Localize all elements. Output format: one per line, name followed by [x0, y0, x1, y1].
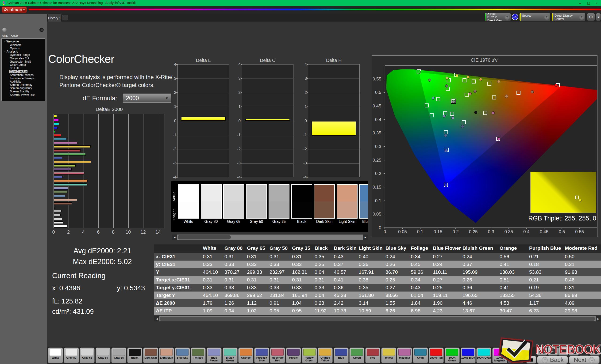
patch-button-magenta[interactable]: Magenta: [397, 348, 412, 363]
sidebar-item-luminance-sweeps[interactable]: Luminance Sweeps: [2, 77, 45, 80]
transport-button-3[interactable]: [558, 347, 568, 355]
patch-button-gray-80[interactable]: Gray 80: [64, 348, 79, 363]
tab-history-1[interactable]: History 1: [48, 14, 61, 22]
swatch-dark-skin[interactable]: Dark Skin: [314, 184, 335, 226]
stop-button[interactable]: [526, 356, 536, 364]
close-button[interactable]: ×: [592, 0, 601, 6]
meter-dropdown[interactable]: X-Rite i1Pro 2Direct View ▼: [485, 13, 511, 21]
tree-item-label: Dynamic Range: [9, 53, 30, 57]
maximize-button[interactable]: ▢: [585, 0, 592, 6]
scroll-left-icon[interactable]: ◀: [172, 235, 177, 240]
sidebar-item-spectral-power-dist-[interactable]: Spectral Power Dist.: [2, 93, 45, 97]
sidebar-item-grayscale-2pt[interactable]: Grayscale - 2pt: [2, 57, 45, 60]
settings-button[interactable]: ⚙: [587, 13, 595, 21]
cie-target-marker: [517, 91, 521, 95]
patch-button-purplish-blue[interactable]: Purplish Blue: [254, 348, 269, 363]
patch-swatch: [129, 349, 141, 356]
patch-button-blue-sky[interactable]: Blue Sky: [175, 348, 190, 363]
patch-button-blue[interactable]: Blue: [334, 348, 349, 363]
add-tab-button[interactable]: +: [62, 15, 68, 20]
transport-button-5[interactable]: [579, 347, 589, 355]
swatch-viewer: Actual Target WhiteGray 80Gray 65Gray 50…: [171, 181, 368, 232]
transport-button-1[interactable]: [537, 347, 547, 355]
patch-swatch: [287, 349, 300, 356]
sidebar-item-3d-lut[interactable]: 3D LUT: [2, 67, 45, 70]
patch-button-yellow[interactable]: Yellow: [381, 348, 396, 363]
patch-button-100-yellow[interactable]: 100% Yellow: [508, 348, 523, 363]
swatch-gray-35[interactable]: Gray 35: [269, 184, 290, 226]
y-tick-mark: [241, 92, 242, 93]
sidebar-item-colorchecker[interactable]: ColorChecker: [2, 70, 45, 73]
swatch-white[interactable]: White: [178, 184, 199, 226]
patch-button-light-skin[interactable]: Light Skin: [159, 348, 174, 363]
patch-button-dark-skin[interactable]: Dark Skin: [143, 348, 158, 363]
patch-button-cyan[interactable]: Cyan: [413, 348, 428, 363]
patch-button-red[interactable]: Red: [365, 348, 380, 363]
sidebar-item-color-gamut[interactable]: Color Gamut: [2, 63, 45, 67]
sidebar-item-screen-uniformity[interactable]: Screen Uniformity: [2, 83, 45, 86]
tree-group-analysis[interactable]: ◢Analysis: [2, 50, 45, 53]
sidebar-item-grayscale-multi[interactable]: Grayscale - Multi: [2, 60, 45, 63]
patch-button-100-green[interactable]: 100% Green: [445, 348, 460, 363]
swatch-blue-sky[interactable]: Blue Sky: [359, 184, 368, 226]
table-value: 0.41: [498, 284, 527, 292]
table-scrollbar-thumb[interactable]: [160, 317, 595, 321]
next-button[interactable]: Next »: [569, 356, 600, 364]
calman-menu-button[interactable]: calman ▼: [2, 7, 27, 13]
transport-button-6[interactable]: [590, 347, 600, 355]
scroll-left-icon[interactable]: ◀: [154, 316, 160, 321]
swatch-gray-65[interactable]: Gray 65: [223, 184, 244, 226]
display-control-dropdown[interactable]: Direct Display Control ▼: [552, 13, 585, 21]
patch-button-bluish-green[interactable]: Bluish Green: [222, 348, 238, 363]
patch-button-100-magenta[interactable]: 100% Magenta: [492, 348, 507, 363]
minimize-button[interactable]: –: [576, 0, 584, 6]
meter-count-badge[interactable]: 226: [512, 14, 518, 20]
back-button[interactable]: « Back: [537, 356, 568, 364]
swatch-scrollbar-thumb[interactable]: [178, 235, 231, 239]
patch-label: Gray 65: [80, 356, 94, 359]
patch-button-purple[interactable]: Purple: [286, 348, 301, 363]
sidebar-title: SDR Toolkit: [2, 34, 18, 38]
patch-button-100-blue[interactable]: 100% Blue: [461, 348, 476, 363]
swatch-scrollbar[interactable]: ◀ ▶: [172, 235, 368, 240]
patch-button-moderate-red[interactable]: Moderate Red: [270, 348, 285, 363]
sidebar-item-saturation-sweeps[interactable]: Saturation Sweeps: [2, 73, 45, 77]
source-dropdown[interactable]: Source ▼: [519, 13, 551, 21]
tree-group-welcome[interactable]: ◢Welcome: [2, 40, 45, 43]
patch-button-100-red[interactable]: 100% Red: [429, 348, 444, 363]
patch-button-orange-yellow[interactable]: Orange Yellow: [318, 348, 333, 363]
patch-button-orange[interactable]: Orange: [238, 348, 253, 363]
sidebar-collapse-button[interactable]: ◀: [40, 28, 44, 32]
patch-button-white[interactable]: White: [48, 348, 63, 363]
sidebar-item-options[interactable]: Options: [2, 47, 45, 50]
sidebar-handle-icon[interactable]: [2, 28, 7, 32]
panel-collapse-button[interactable]: ◀: [596, 13, 601, 21]
swatch-light-skin[interactable]: Light Skin: [337, 184, 358, 226]
transport-button-4[interactable]: [569, 347, 579, 355]
patch-button-gray-35[interactable]: Gray 35: [111, 348, 126, 363]
sidebar-item-screen-stability[interactable]: Screen Stability: [2, 90, 45, 93]
patch-button-yellow-green[interactable]: Yellow Green: [302, 348, 317, 363]
patch-button-foliage[interactable]: Foliage: [191, 348, 206, 363]
table-scrollbar[interactable]: ◀ ▶: [154, 316, 601, 321]
sidebar-item-welcome[interactable]: Welcome: [2, 43, 45, 47]
patch-button-green[interactable]: Green: [349, 348, 364, 363]
scroll-right-icon[interactable]: ▶: [363, 235, 368, 240]
swatch-gray-50[interactable]: Gray 50: [246, 184, 267, 226]
sidebar-item-additivity[interactable]: Additivity: [2, 80, 45, 83]
patch-button-gray-50[interactable]: Gray 50: [96, 348, 110, 363]
swatch-black[interactable]: Black: [291, 184, 312, 226]
patch-button-blue-flower[interactable]: Blue Flower: [207, 348, 222, 363]
x-tick-label: 2: [67, 229, 70, 235]
swatch-gray-80[interactable]: Gray 80: [201, 184, 222, 226]
table-value: 0.33: [245, 260, 268, 268]
sidebar-item-screen-angularity[interactable]: Screen Angularity: [2, 86, 45, 90]
de-formula-select[interactable]: 2000 ▼: [123, 94, 171, 103]
patch-button-black[interactable]: Black: [127, 348, 142, 363]
transport-button-2[interactable]: ▶: [548, 347, 558, 355]
scroll-right-icon[interactable]: ▶: [596, 316, 601, 321]
cie-measured-marker: [461, 125, 464, 128]
patch-button-gray-65[interactable]: Gray 65: [80, 348, 95, 363]
sidebar-item-dynamic-range[interactable]: Dynamic Range: [2, 53, 45, 57]
patch-button-100-cyan[interactable]: 100% Cyan: [476, 348, 491, 363]
